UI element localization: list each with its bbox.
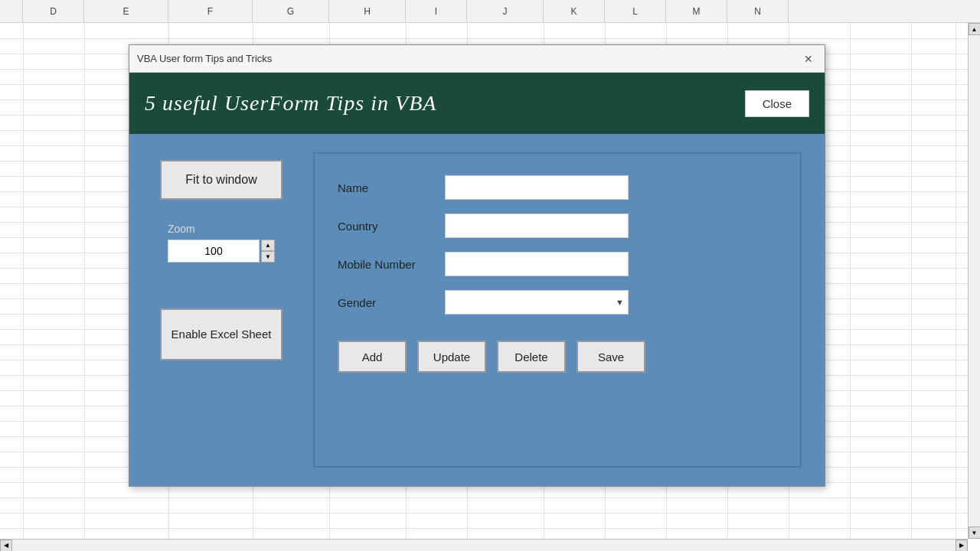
dialog-close-x-button[interactable]: ✕: [800, 51, 817, 67]
fit-to-window-button[interactable]: Fit to window: [160, 160, 283, 200]
grid-line-v: [850, 23, 851, 551]
col-N: N: [727, 0, 789, 22]
dialog-banner: 5 useful UserForm Tips in VBA Close: [129, 73, 825, 134]
grid-line: [0, 38, 980, 39]
col-M: M: [666, 0, 727, 22]
save-button[interactable]: Save: [577, 341, 645, 373]
zoom-label: Zoom: [168, 223, 195, 235]
scroll-right-button[interactable]: ▶: [956, 540, 968, 552]
dialog-titlebar: VBA User form Tips and Tricks ✕: [129, 45, 825, 73]
grid-line: [0, 497, 980, 498]
banner-title: 5 useful UserForm Tips in VBA: [145, 91, 436, 116]
zoom-spinner: ▲ ▼: [261, 240, 275, 262]
col-L: L: [605, 0, 666, 22]
row-num-header: [0, 0, 23, 22]
add-button[interactable]: Add: [338, 341, 407, 373]
grid-line-v: [911, 23, 912, 551]
country-row: Country: [338, 214, 777, 238]
gender-select-wrapper: Male Female: [445, 290, 629, 315]
grid-line-v: [84, 23, 85, 551]
col-D: D: [23, 0, 84, 22]
zoom-input-row: ▲ ▼: [168, 240, 275, 262]
grid-line-v: [23, 23, 24, 551]
dialog-body: Fit to window Zoom ▲ ▼ Enable Excel Shee…: [129, 134, 825, 486]
update-button[interactable]: Update: [417, 341, 486, 373]
scroll-track: [969, 35, 980, 527]
left-panel: Fit to window Zoom ▲ ▼ Enable Excel Shee…: [152, 152, 290, 468]
col-G: G: [253, 0, 329, 22]
col-K: K: [544, 0, 605, 22]
mobile-label: Mobile Number: [338, 258, 430, 271]
vertical-scrollbar[interactable]: ▲ ▼: [968, 23, 980, 539]
col-H: H: [329, 0, 406, 22]
scroll-down-button[interactable]: ▼: [969, 527, 981, 539]
form-buttons: Add Update Delete Save: [338, 341, 777, 373]
horizontal-scrollbar[interactable]: ◀ ▶: [0, 539, 968, 551]
country-input[interactable]: [445, 214, 629, 238]
name-input[interactable]: [445, 175, 629, 200]
scroll-left-button[interactable]: ◀: [0, 540, 12, 552]
enable-excel-sheet-button[interactable]: Enable Excel Sheet: [160, 308, 283, 360]
gender-row: Gender Male Female: [338, 290, 777, 315]
scroll-up-button[interactable]: ▲: [969, 23, 981, 35]
name-row: Name: [338, 175, 777, 200]
col-E: E: [84, 0, 168, 22]
dialog-title: VBA User form Tips and Tricks: [137, 53, 272, 64]
gender-select[interactable]: Male Female: [445, 290, 629, 315]
column-headers: D E F G H I J K L M N: [0, 0, 980, 23]
name-label: Name: [338, 181, 430, 194]
mobile-input[interactable]: [445, 252, 629, 276]
grid-line: [0, 513, 980, 514]
col-I: I: [406, 0, 467, 22]
col-F: F: [168, 0, 253, 22]
delete-button[interactable]: Delete: [497, 341, 566, 373]
zoom-down-button[interactable]: ▼: [261, 251, 275, 262]
gender-label: Gender: [338, 296, 430, 309]
grid-line-v: [956, 23, 956, 551]
zoom-up-button[interactable]: ▲: [261, 240, 275, 251]
form-panel: Name Country Mobile Number Gender Male F…: [313, 152, 802, 468]
mobile-row: Mobile Number: [338, 252, 777, 276]
zoom-input[interactable]: [168, 240, 260, 262]
banner-close-button[interactable]: Close: [745, 90, 809, 117]
col-J: J: [467, 0, 544, 22]
grid-line: [0, 528, 980, 529]
country-label: Country: [338, 220, 430, 233]
zoom-section: Zoom ▲ ▼: [160, 223, 283, 262]
dialog-window: VBA User form Tips and Tricks ✕ 5 useful…: [129, 44, 825, 487]
